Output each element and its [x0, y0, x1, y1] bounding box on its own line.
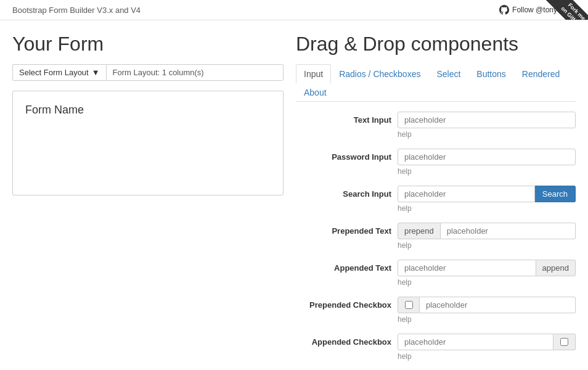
prepended-text-group: prepend — [398, 223, 576, 239]
tab-about[interactable]: About — [296, 83, 576, 102]
prepended-text-field[interactable] — [441, 223, 576, 239]
prepend-addon: prepend — [398, 223, 441, 239]
fork-ribbon: Fork meon GitHub — [539, 0, 588, 20]
prepended-checkbox-row: Prepended Checkbox help — [296, 297, 576, 324]
app-title: Bootstrap Form Builder V3.x and V4 — [12, 6, 141, 15]
prepended-text-row: Prepended Text prepend help — [296, 223, 576, 250]
appended-text-controls: append help — [398, 260, 576, 287]
app-header: Bootstrap Form Builder V3.x and V4 Follo… — [0, 0, 588, 20]
form-layout-info: Form Layout: 1 column(s) — [106, 64, 284, 81]
password-input-label: Password Input — [296, 149, 391, 162]
github-icon — [499, 5, 509, 15]
prepended-checkbox-help: help — [398, 315, 576, 324]
prepended-checkbox-group — [398, 297, 576, 313]
select-layout-label: Select Form Layout — [19, 68, 89, 77]
append-addon: append — [536, 260, 576, 276]
form-layout-bar: Select Form Layout ▼ Form Layout: 1 colu… — [12, 64, 284, 81]
appended-text-group: append — [398, 260, 576, 276]
appended-checkbox-help: help — [398, 352, 576, 361]
fork-ribbon-text: Fork meon GitHub — [543, 0, 588, 20]
prepended-text-help: help — [398, 241, 576, 250]
appended-text-label: Appended Text — [296, 260, 391, 273]
prepended-checkbox-controls: help — [398, 297, 576, 324]
tab-buttons[interactable]: Buttons — [468, 64, 513, 83]
prepended-checkbox-label: Prepended Checkbox — [296, 297, 391, 310]
main-content: Your Form Select Form Layout ▼ Form Layo… — [0, 20, 588, 370]
password-input-row: Password Input help — [296, 149, 576, 176]
select-layout-button[interactable]: Select Form Layout ▼ — [12, 64, 106, 81]
append-checkbox-addon — [553, 334, 576, 350]
left-panel: Your Form Select Form Layout ▼ Form Layo… — [12, 33, 284, 370]
appended-checkbox-controls: help — [398, 334, 576, 361]
text-input-row: Text Input help — [296, 112, 576, 139]
prepend-checkbox-addon — [398, 297, 420, 313]
text-input-field[interactable] — [398, 112, 576, 128]
your-form-heading: Your Form — [12, 33, 284, 56]
password-input-help: help — [398, 167, 576, 176]
search-input-controls: Search help — [398, 186, 576, 213]
appended-checkbox-label: Appended Checkbox — [296, 334, 391, 347]
dropdown-arrow-icon: ▼ — [92, 68, 100, 77]
appended-text-help: help — [398, 278, 576, 287]
prepended-checkbox-field[interactable] — [420, 297, 576, 313]
tab-input[interactable]: Input — [296, 64, 331, 83]
text-input-controls: help — [398, 112, 576, 139]
tabs-nav: Input Radios / Checkboxes Select Buttons… — [296, 64, 576, 102]
appended-text-field[interactable] — [398, 260, 536, 276]
tab-select[interactable]: Select — [428, 64, 468, 83]
form-name-label: Form Name — [25, 104, 271, 117]
appended-checkbox-field[interactable] — [398, 334, 553, 350]
text-input-help: help — [398, 130, 576, 139]
password-input-controls: help — [398, 149, 576, 176]
search-input-field[interactable] — [398, 186, 535, 202]
password-input-field[interactable] — [398, 149, 576, 165]
right-panel: Drag & Drop components Input Radios / Ch… — [296, 33, 576, 370]
components-list: Text Input help Password Input help Sear… — [296, 112, 576, 370]
search-input-row: Search Input Search help — [296, 186, 576, 213]
search-button[interactable]: Search — [535, 186, 576, 202]
form-preview-box: Form Name — [12, 91, 284, 195]
text-input-label: Text Input — [296, 112, 391, 125]
appended-text-row: Appended Text append help — [296, 260, 576, 287]
search-input-help: help — [398, 204, 576, 213]
prepended-text-label: Prepended Text — [296, 223, 391, 236]
append-checkbox-input[interactable] — [560, 338, 568, 346]
appended-checkbox-group — [398, 334, 576, 350]
search-input-label: Search Input — [296, 186, 391, 199]
tab-radios[interactable]: Radios / Checkboxes — [331, 64, 428, 83]
search-input-group: Search — [398, 186, 576, 202]
tab-rendered[interactable]: Rendered — [514, 64, 568, 83]
prepend-checkbox-input[interactable] — [405, 301, 413, 309]
appended-checkbox-row: Appended Checkbox help — [296, 334, 576, 361]
prepended-text-controls: prepend help — [398, 223, 576, 250]
drag-drop-heading: Drag & Drop components — [296, 33, 576, 56]
